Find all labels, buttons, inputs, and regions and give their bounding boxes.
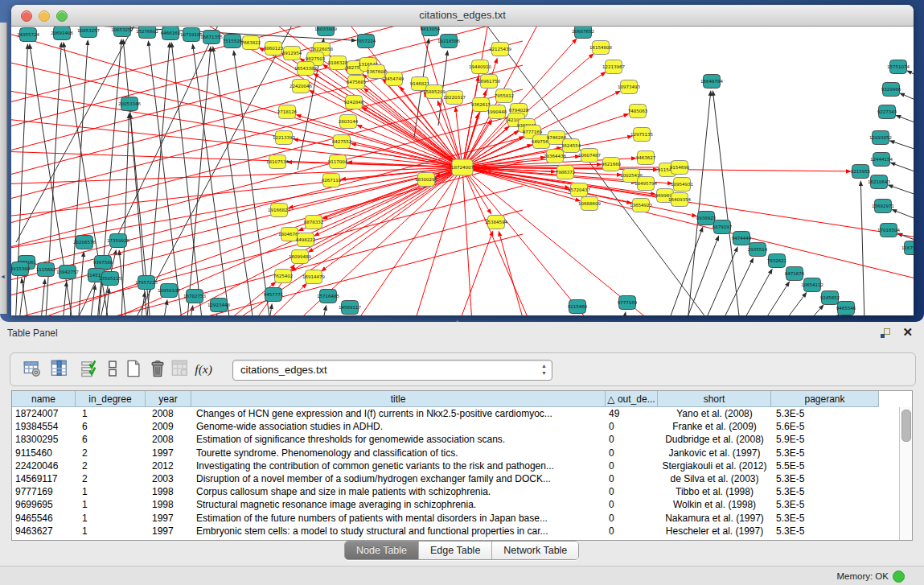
table-cell[interactable]: 5.3E-5 <box>771 447 879 459</box>
graph-node-2935514[interactable]: 2935514 <box>748 243 768 257</box>
table-cell[interactable]: 22420046 <box>12 459 76 472</box>
graph-node-10607487[interactable]: 10607487 <box>578 149 601 163</box>
table-cell[interactable]: Tourette syndrome. Phenomenology and cla… <box>191 447 606 459</box>
column-header-out_de[interactable]: △ out_de... <box>606 391 658 407</box>
graph-node-7515526[interactable]: 7515526 <box>223 35 243 48</box>
graph-node-13942757[interactable]: 13942757 <box>56 266 79 279</box>
graph-node-8427552[interactable]: 8427552 <box>332 135 352 149</box>
graph-node-7663822[interactable]: 7663822 <box>241 36 261 50</box>
graph-node-1990448[interactable]: 1990448 <box>487 105 507 119</box>
graph-node-12125439[interactable]: 12125439 <box>489 43 511 56</box>
table-cell[interactable]: 5.3E-5 <box>771 472 879 485</box>
table-cell[interactable]: 5.3E-5 <box>771 525 879 538</box>
table-cell[interactable]: 6 <box>76 420 146 433</box>
table-cell[interactable]: 1997 <box>146 447 191 459</box>
table-cell[interactable]: 5.3E-5 <box>771 512 879 525</box>
graph-node-8267110[interactable]: 8267110 <box>322 174 342 187</box>
table-cell[interactable]: Stergiakouli et al. (2012) <box>658 459 771 472</box>
graph-node-11675358[interactable]: 11675358 <box>901 241 914 255</box>
merge-tables-icon[interactable] <box>102 358 123 379</box>
table-cell[interactable]: Investigating the contribution of common… <box>191 459 606 472</box>
table-cell[interactable]: Embryonic stem cells: a model to study s… <box>191 525 606 538</box>
table-cell[interactable]: 2003 <box>146 472 191 485</box>
graph-node-9621660[interactable]: 9621660 <box>602 158 622 171</box>
memory-status-indicator[interactable] <box>893 571 905 583</box>
column-header-name[interactable]: name <box>12 391 76 407</box>
graph-node-19440910[interactable]: 19440910 <box>469 60 491 74</box>
table-cell[interactable]: 9777169 <box>12 485 76 498</box>
table-cell[interactable]: 2012 <box>146 459 191 472</box>
table-cell[interactable]: 2 <box>76 472 146 485</box>
graph-node-7832621[interactable]: 7832621 <box>767 254 787 268</box>
graph-node-22420046[interactable]: 22420046 <box>290 80 312 93</box>
graph-node-16648784[interactable]: 16648784 <box>700 75 723 89</box>
table-cell[interactable]: 1997 <box>146 525 191 538</box>
graph-node-20206576[interactable]: 20206576 <box>73 236 96 249</box>
graph-node-15751074[interactable]: 15751074 <box>887 60 910 74</box>
column-header-short[interactable]: short <box>658 391 771 407</box>
graph-node-16033809[interactable]: 16033809 <box>314 27 337 36</box>
graph-node-12213967[interactable]: 12213967 <box>602 60 625 74</box>
graph-node-16154808[interactable]: 16154808 <box>589 41 612 55</box>
graph-node-8912954[interactable]: 8912954 <box>282 47 302 60</box>
table-cell[interactable]: 1 <box>76 512 146 525</box>
column-header-year[interactable]: year <box>146 391 191 407</box>
table-cell[interactable]: Changes of HCN gene expression and I(f) … <box>191 407 606 420</box>
table-cell[interactable]: 0 <box>606 498 658 511</box>
table-cell[interactable]: 9463627 <box>12 525 76 538</box>
graph-node-10653257[interactable]: 10653257 <box>111 27 133 37</box>
table-cell[interactable]: Disruption of a novel member of a sodium… <box>191 472 606 485</box>
table-cell[interactable]: 5.5E-5 <box>771 459 879 472</box>
table-cell[interactable]: 9115460 <box>12 447 76 459</box>
row-select-mode-icon[interactable] <box>78 358 99 379</box>
collapsed-side-panel[interactable]: ◄ <box>0 23 7 314</box>
graph-node-13654923[interactable]: 13654923 <box>630 199 652 212</box>
graph-node-9245652[interactable]: 9245652 <box>820 291 840 305</box>
table-cell[interactable]: Dudbridge et al. (2008) <box>658 433 771 446</box>
graph-node-16210643[interactable]: 16210643 <box>868 175 890 189</box>
table-cell[interactable]: Hescheler et al. (1997) <box>658 525 771 538</box>
graph-node-9242848[interactable]: 9242848 <box>344 96 364 109</box>
graph-node-12213393[interactable]: 12213393 <box>273 131 295 145</box>
table-cell[interactable]: 1998 <box>146 485 191 498</box>
graph-node-18220317[interactable]: 18220317 <box>443 91 466 105</box>
graph-node-10688609[interactable]: 10688609 <box>578 197 601 211</box>
graph-node-9457771[interactable]: 9457771 <box>264 288 284 302</box>
tab-node-table[interactable]: Node Table <box>345 542 419 559</box>
column-display-icon[interactable] <box>49 358 70 379</box>
graph-node-17016504[interactable]: 17016504 <box>877 224 900 237</box>
table-cell[interactable]: 2008 <box>146 433 191 446</box>
table-cell[interactable]: 5.9E-5 <box>771 433 879 446</box>
graph-node-8471676[interactable]: 8471676 <box>785 267 805 281</box>
graph-node-18495794[interactable]: 18495794 <box>634 177 657 191</box>
table-cell[interactable]: 9699695 <box>12 498 76 511</box>
graph-node-10954931[interactable]: 10954931 <box>671 178 693 192</box>
graph-node-20691406[interactable]: 20691406 <box>51 27 73 40</box>
table-cell[interactable]: 0 <box>606 525 658 538</box>
graph-node-9227343[interactable]: 9227343 <box>877 105 897 119</box>
table-cell[interactable]: Genome-wide association studies in ADHD. <box>191 420 606 433</box>
table-cell[interactable]: 1 <box>76 485 146 498</box>
table-cell[interactable]: 2 <box>76 447 146 459</box>
graph-node-19166827[interactable]: 19166827 <box>268 204 290 217</box>
table-settings-icon[interactable] <box>22 358 43 379</box>
graph-node-16543382[interactable]: 16543382 <box>294 62 317 76</box>
graph-node-7625402[interactable]: 7625402 <box>273 270 294 283</box>
table-cell[interactable]: 2 <box>76 459 146 472</box>
graph-node-8878332[interactable]: 8878332 <box>304 216 324 229</box>
table-cell[interactable]: Estimation of significance thresholds fo… <box>191 433 606 446</box>
table-cell[interactable]: Structural magnetic resonance image aver… <box>191 498 606 511</box>
tab-edge-table[interactable]: Edge Table <box>419 542 492 559</box>
graph-node-6466160[interactable]: 6466160 <box>161 27 181 40</box>
graph-node-2803144[interactable]: 2803144 <box>339 115 359 129</box>
graph-node-9154690[interactable]: 9154690 <box>670 161 690 175</box>
delete-table-icon[interactable] <box>147 358 168 379</box>
column-header-title[interactable]: title <box>191 391 606 407</box>
graph-node-15692971[interactable]: 15692971 <box>872 200 894 213</box>
table-cell[interactable]: Estimation of the future numbers of pati… <box>191 512 606 525</box>
graph-node-12975135[interactable]: 12975135 <box>630 128 653 142</box>
graph-node-9397588[interactable]: 9397588 <box>93 256 113 270</box>
graph-node-3915380[interactable]: 3915380 <box>11 262 31 276</box>
graph-node-20364436[interactable]: 20364436 <box>544 150 566 163</box>
graph-node-16914479[interactable]: 16914479 <box>302 270 325 284</box>
